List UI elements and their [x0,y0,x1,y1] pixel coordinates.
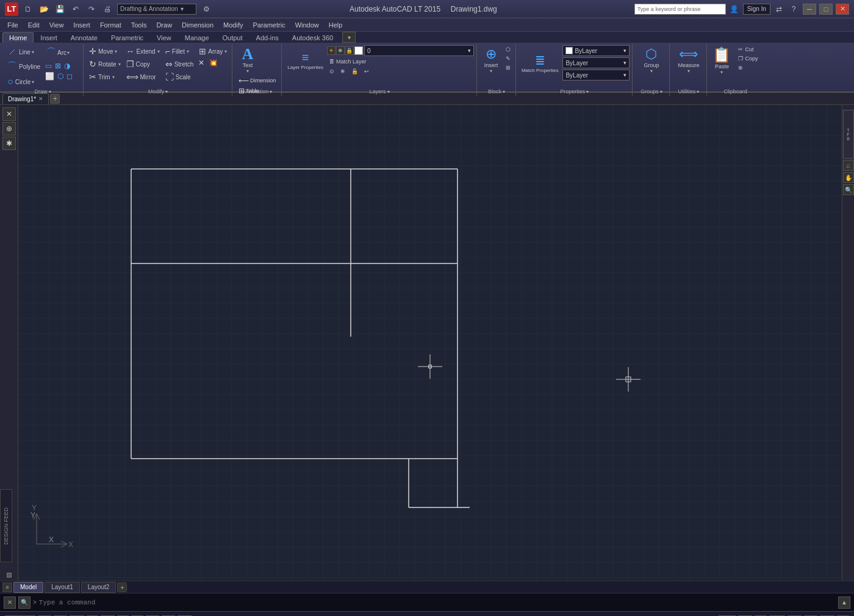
copy2-btn[interactable]: ❐ Copy [736,54,760,63]
tab-manage[interactable]: Manage [178,32,216,43]
move-btn[interactable]: ✛ Move ▾ [87,45,123,57]
menu-modify[interactable]: Modify [218,18,248,31]
close-btn[interactable]: ✕ [836,4,849,15]
menu-insert[interactable]: Insert [68,18,95,31]
close-sidebar-btn[interactable]: ✕ [2,107,16,121]
layers-expand-icon[interactable]: ▾ [387,89,390,95]
cmd-close-btn[interactable]: ✕ [4,596,16,609]
create-block-btn[interactable]: ⬡ [503,45,513,54]
keyword-search[interactable]: Type a keyword or phrase [634,4,726,15]
boundary-btn[interactable]: ⬜ [44,71,56,81]
line-btn[interactable]: ⟋ Line ▾ [5,45,43,59]
restore-btn[interactable]: □ [819,4,833,15]
save-btn[interactable]: 💾 [54,3,66,15]
tab-insert[interactable]: Insert [34,32,64,43]
layer-lock-btn[interactable]: 🔓 [349,67,361,76]
tab-annotate[interactable]: Annotate [64,32,104,43]
ribbon-more-btn[interactable]: ▾ [342,32,356,43]
gradient-btn[interactable]: ◑ [63,61,71,71]
workspace-selector[interactable]: Drafting & Annotation ▾ [117,4,196,15]
tab-360[interactable]: Autodesk 360 [285,32,340,43]
doc-tab-close-icon[interactable]: ✕ [38,96,43,102]
zoom-btn[interactable]: 🔍 [843,184,854,195]
copy-with-basepoint-btn[interactable]: ⊕ [736,63,760,72]
new-btn[interactable]: 🗋 [22,3,34,15]
menu-dimension[interactable]: Dimension [177,18,218,31]
modify-expand-icon[interactable]: ▾ [165,89,168,95]
menu-file[interactable]: File [2,18,23,31]
copy-btn[interactable]: ❐ Copy [124,58,162,70]
arc-btn[interactable]: ⌒ Arc ▾ [44,45,81,60]
cmd-search-btn[interactable]: 🔍 [18,596,30,609]
properties-expand-icon[interactable]: ▾ [586,89,589,95]
dimension-btn[interactable]: ⟵ Dimension [237,76,278,85]
wipeout-btn[interactable]: ◻ [65,71,74,81]
cmd-expand-btn[interactable]: ▲ [838,596,850,609]
layer-properties-btn[interactable]: ≡ Layer Properties [285,49,326,71]
tab-view[interactable]: View [150,32,178,43]
text-btn[interactable]: A Text ▾ [237,45,259,75]
linetype-dropdown[interactable]: ByLayer ▾ [562,57,630,68]
group-btn[interactable]: ⬡ Group ▾ [640,45,662,75]
menu-help[interactable]: Help [324,18,348,31]
rotate-btn[interactable]: ↻ Rotate ▾ [87,58,123,70]
command-input-field[interactable] [39,599,836,606]
sign-in-btn[interactable]: Sign In [743,4,770,15]
layer-freeze-btn[interactable]: ❄ [338,67,348,76]
sidebar-collapse-btn[interactable] [7,573,12,578]
tab-addins[interactable]: Add-ins [249,32,285,43]
polyline-btn[interactable]: ⌒ Polyline [5,59,43,74]
block-expand-icon[interactable]: ▾ [503,89,505,95]
match-layer-btn[interactable]: ≣ Match Layer [327,57,369,66]
layer-isolate-btn[interactable]: ⊙ [327,67,337,76]
stretch-btn[interactable]: ⇔ Stretch [163,58,196,70]
write-block-btn[interactable]: ✎ [503,54,513,63]
menu-parametric[interactable]: Parametric [248,18,290,31]
layout-tab-model[interactable]: Model [13,582,43,593]
mirror-btn[interactable]: ⟺ Mirror [124,71,162,83]
layout-menu-btn[interactable]: ≡ [2,582,12,592]
menu-draw[interactable]: Draw [151,18,177,31]
nav-cube[interactable]: T F B [843,110,854,159]
tab-output[interactable]: Output [216,32,249,43]
explode-btn[interactable]: 💥 [207,58,220,68]
canvas[interactable] [18,105,842,581]
measure-btn[interactable]: ⟺ Measure ▾ [675,45,702,75]
layer-freeze-icon[interactable]: ❄ [336,46,345,55]
new-layout-btn[interactable]: + [117,582,127,592]
layer-lock-icon[interactable]: 🔒 [345,46,354,55]
menu-view[interactable]: View [45,18,69,31]
menu-edit[interactable]: Edit [23,18,45,31]
draw-expand-icon[interactable]: ▾ [49,89,51,95]
fillet-btn[interactable]: ⌐ Fillet ▾ [163,45,196,57]
array-btn[interactable]: ⊞ Array ▾ [196,45,229,57]
trim-btn[interactable]: ✂ Trim ▾ [87,71,123,83]
drawing-canvas-area[interactable]: Y X [18,105,842,581]
open-btn[interactable]: 📂 [38,3,50,15]
hatch-btn[interactable]: ⊠ [54,61,62,71]
color-dropdown[interactable]: ByLayer ▾ [562,45,630,56]
paste-btn[interactable]: 📋 Paste ▾ [710,45,733,76]
help-btn[interactable]: ? [788,3,800,15]
erase-btn[interactable]: ✕ [196,58,206,68]
print-btn[interactable]: 🖨 [101,3,113,15]
insert-btn[interactable]: ⊕ Insert ▾ [480,45,502,75]
circle-btn[interactable]: ○ Circle ▾ [5,75,43,88]
match-properties-btn[interactable]: ≣ Match Properties [519,52,561,74]
minimize-btn[interactable]: ─ [803,4,816,15]
cut-btn[interactable]: ✂ Cut [736,45,760,54]
menu-window[interactable]: Window [290,18,324,31]
gear-sidebar-btn[interactable]: ✱ [2,137,16,150]
crosshair-btn[interactable]: ⊕ [2,122,16,135]
layer-selector[interactable]: 0 ▾ [364,45,474,56]
design-feed-panel[interactable]: DESIGN FEED [0,489,12,562]
scale-btn[interactable]: ⛶ Scale [163,71,196,83]
pan-btn[interactable]: ✋ [843,172,854,183]
layer-light-icon[interactable]: ☀ [327,46,336,55]
define-attrib-btn[interactable]: ⊞ [503,63,513,72]
menu-tools[interactable]: Tools [126,18,152,31]
groups-expand-icon[interactable]: ▾ [660,89,662,95]
utilities-expand-icon[interactable]: ▾ [697,89,699,95]
rectangle-btn[interactable]: ▭ [44,61,53,71]
workspace-settings-btn[interactable]: ⚙ [200,3,212,15]
